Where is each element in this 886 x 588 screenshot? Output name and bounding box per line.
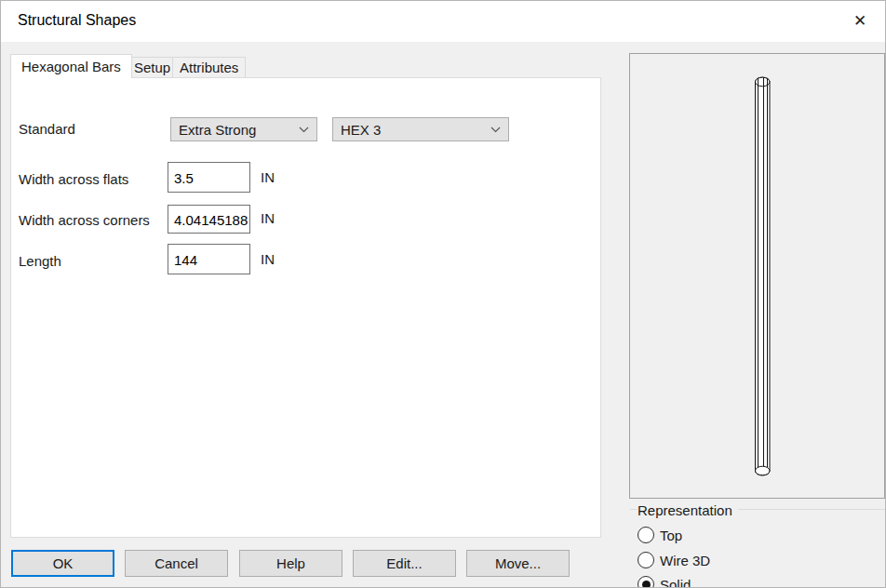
radio-circle <box>638 576 654 588</box>
chevron-down-icon <box>299 127 309 133</box>
width-across-flats-input[interactable] <box>168 162 250 193</box>
tab-setup[interactable]: Setup <box>127 57 178 77</box>
tab-attributes[interactable]: Attributes <box>172 57 246 77</box>
chevron-down-icon <box>490 127 501 133</box>
cancel-button[interactable]: Cancel <box>125 550 228 577</box>
length-input[interactable] <box>168 244 250 274</box>
length-label: Length <box>19 253 61 269</box>
radio-top-label: Top <box>660 528 682 543</box>
radio-solid[interactable]: Solid <box>638 575 691 588</box>
radio-circle <box>638 527 654 543</box>
ok-button[interactable]: OK <box>11 550 114 577</box>
standard-dropdown[interactable]: Extra Strong <box>170 117 317 141</box>
title-bar: Structural Shapes ✕ <box>1 1 885 42</box>
width-across-flats-label: Width across flats <box>19 171 128 187</box>
corners-unit-label: IN <box>261 210 275 226</box>
width-across-corners-label: Width across corners <box>19 212 150 228</box>
close-icon[interactable]: ✕ <box>842 5 878 36</box>
move-button[interactable]: Move... <box>466 550 570 577</box>
length-unit-label: IN <box>261 251 275 267</box>
structural-shapes-dialog: Structural Shapes ✕ Hexagonal Bars Setup… <box>0 0 886 588</box>
flats-unit-label: IN <box>261 169 275 185</box>
representation-label: Representation <box>638 502 738 518</box>
help-button[interactable]: Help <box>239 550 342 577</box>
hexagonal-bar-preview-drawing <box>630 54 884 498</box>
radio-wire-3d[interactable]: Wire 3D <box>638 551 710 569</box>
standard-label: Standard <box>19 121 75 137</box>
radio-solid-label: Solid <box>660 577 691 588</box>
radio-wire-3d-label: Wire 3D <box>660 553 710 568</box>
width-across-corners-input[interactable] <box>168 205 250 234</box>
hexagonal-bars-panel: Standard Extra Strong HEX 3 Width across… <box>10 77 601 538</box>
tab-hexagonal-bars[interactable]: Hexagonal Bars <box>10 54 132 78</box>
dialog-title: Structural Shapes <box>18 12 136 29</box>
edit-button[interactable]: Edit... <box>353 550 456 577</box>
shape-preview-panel <box>629 53 885 499</box>
size-dropdown-value: HEX 3 <box>341 122 485 138</box>
radio-top[interactable]: Top <box>638 526 682 544</box>
radio-circle <box>638 552 654 568</box>
standard-dropdown-value: Extra Strong <box>179 122 293 138</box>
size-dropdown[interactable]: HEX 3 <box>332 117 509 141</box>
